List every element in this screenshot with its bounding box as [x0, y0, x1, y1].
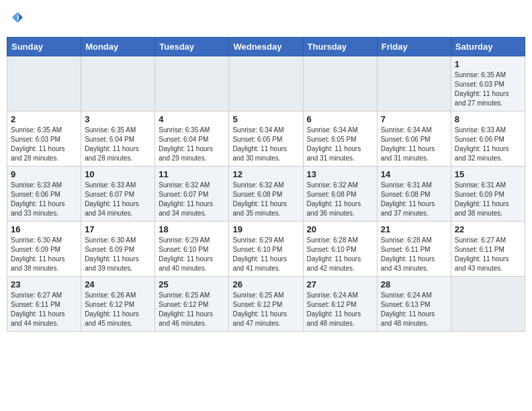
- day-info: Sunrise: 6:26 AMSunset: 6:12 PMDaylight:…: [85, 291, 151, 328]
- day-number: 20: [307, 224, 373, 234]
- calendar-weekday-thursday: Thursday: [303, 38, 377, 56]
- day-info: Sunrise: 6:27 AMSunset: 6:11 PMDaylight:…: [11, 291, 77, 328]
- calendar-day-cell: 18Sunrise: 6:29 AMSunset: 6:10 PMDayligh…: [155, 222, 229, 277]
- calendar-weekday-wednesday: Wednesday: [229, 38, 303, 56]
- day-info: Sunrise: 6:32 AMSunset: 6:08 PMDaylight:…: [232, 181, 299, 218]
- calendar-day-cell: 26Sunrise: 6:25 AMSunset: 6:12 PMDayligh…: [229, 277, 303, 332]
- calendar-day-cell: 11Sunrise: 6:32 AMSunset: 6:07 PMDayligh…: [155, 167, 229, 222]
- calendar-weekday-sunday: Sunday: [7, 38, 81, 56]
- calendar-day-cell: 28Sunrise: 6:24 AMSunset: 6:13 PMDayligh…: [377, 277, 451, 332]
- day-info: Sunrise: 6:31 AMSunset: 6:09 PMDaylight:…: [455, 181, 521, 218]
- day-number: 7: [381, 114, 447, 124]
- day-info: Sunrise: 6:34 AMSunset: 6:06 PMDaylight:…: [381, 126, 447, 163]
- day-number: 10: [85, 169, 151, 179]
- calendar-day-cell: 27Sunrise: 6:24 AMSunset: 6:12 PMDayligh…: [303, 277, 377, 332]
- day-number: 2: [11, 114, 77, 124]
- calendar-day-cell: 7Sunrise: 6:34 AMSunset: 6:06 PMDaylight…: [377, 111, 451, 167]
- day-number: 25: [159, 279, 225, 289]
- day-info: Sunrise: 6:30 AMSunset: 6:09 PMDaylight:…: [11, 236, 77, 273]
- day-number: 24: [85, 279, 151, 289]
- logo-icon: [11, 11, 24, 24]
- calendar-weekday-tuesday: Tuesday: [155, 38, 229, 56]
- calendar-week-row: 16Sunrise: 6:30 AMSunset: 6:09 PMDayligh…: [7, 222, 525, 277]
- calendar-day-cell: [81, 56, 155, 111]
- page-header: [7, 7, 525, 32]
- calendar-day-cell: 8Sunrise: 6:33 AMSunset: 6:06 PMDaylight…: [451, 111, 525, 167]
- day-info: Sunrise: 6:24 AMSunset: 6:13 PMDaylight:…: [381, 291, 447, 328]
- calendar-day-cell: [155, 56, 229, 111]
- day-number: 23: [11, 279, 77, 289]
- day-number: 17: [85, 224, 151, 234]
- day-number: 11: [159, 169, 225, 179]
- day-info: Sunrise: 6:28 AMSunset: 6:11 PMDaylight:…: [381, 236, 447, 273]
- day-info: Sunrise: 6:25 AMSunset: 6:12 PMDaylight:…: [159, 291, 225, 328]
- day-info: Sunrise: 6:32 AMSunset: 6:08 PMDaylight:…: [307, 181, 373, 218]
- day-info: Sunrise: 6:30 AMSunset: 6:09 PMDaylight:…: [85, 236, 151, 273]
- calendar-day-cell: 22Sunrise: 6:27 AMSunset: 6:11 PMDayligh…: [451, 222, 525, 277]
- day-number: 26: [232, 279, 299, 289]
- calendar-day-cell: 5Sunrise: 6:34 AMSunset: 6:05 PMDaylight…: [229, 111, 303, 167]
- calendar-day-cell: 10Sunrise: 6:33 AMSunset: 6:07 PMDayligh…: [81, 167, 155, 222]
- calendar-day-cell: [451, 277, 525, 332]
- day-info: Sunrise: 6:35 AMSunset: 6:04 PMDaylight:…: [85, 126, 151, 163]
- calendar-day-cell: 17Sunrise: 6:30 AMSunset: 6:09 PMDayligh…: [81, 222, 155, 277]
- day-number: 5: [232, 114, 299, 124]
- calendar-week-row: 1Sunrise: 6:35 AMSunset: 6:03 PMDaylight…: [7, 56, 525, 111]
- day-number: 8: [455, 114, 521, 124]
- day-info: Sunrise: 6:33 AMSunset: 6:06 PMDaylight:…: [11, 181, 77, 218]
- day-number: 6: [307, 114, 373, 124]
- day-number: 4: [159, 114, 225, 124]
- svg-marker-0: [17, 12, 23, 23]
- calendar-weekday-friday: Friday: [377, 38, 451, 56]
- day-info: Sunrise: 6:25 AMSunset: 6:12 PMDaylight:…: [232, 291, 299, 328]
- calendar-weekday-saturday: Saturday: [451, 38, 525, 56]
- day-number: 27: [307, 279, 373, 289]
- calendar-day-cell: 12Sunrise: 6:32 AMSunset: 6:08 PMDayligh…: [229, 167, 303, 222]
- calendar-day-cell: 16Sunrise: 6:30 AMSunset: 6:09 PMDayligh…: [7, 222, 81, 277]
- calendar-weekday-monday: Monday: [81, 38, 155, 56]
- day-number: 1: [455, 59, 521, 69]
- day-info: Sunrise: 6:33 AMSunset: 6:07 PMDaylight:…: [85, 181, 151, 218]
- calendar-day-cell: 3Sunrise: 6:35 AMSunset: 6:04 PMDaylight…: [81, 111, 155, 167]
- calendar-day-cell: 20Sunrise: 6:28 AMSunset: 6:10 PMDayligh…: [303, 222, 377, 277]
- day-info: Sunrise: 6:33 AMSunset: 6:06 PMDaylight:…: [455, 126, 521, 163]
- calendar-day-cell: 4Sunrise: 6:35 AMSunset: 6:04 PMDaylight…: [155, 111, 229, 167]
- calendar-day-cell: [377, 56, 451, 111]
- day-number: 22: [455, 224, 521, 234]
- day-info: Sunrise: 6:24 AMSunset: 6:12 PMDaylight:…: [307, 291, 373, 328]
- calendar-day-cell: 23Sunrise: 6:27 AMSunset: 6:11 PMDayligh…: [7, 277, 81, 332]
- calendar-day-cell: [229, 56, 303, 111]
- calendar-day-cell: 6Sunrise: 6:34 AMSunset: 6:05 PMDaylight…: [303, 111, 377, 167]
- calendar-header-row: SundayMondayTuesdayWednesdayThursdayFrid…: [7, 38, 525, 56]
- day-info: Sunrise: 6:27 AMSunset: 6:11 PMDaylight:…: [455, 236, 521, 273]
- calendar-day-cell: 21Sunrise: 6:28 AMSunset: 6:11 PMDayligh…: [377, 222, 451, 277]
- logo: [9, 11, 24, 28]
- day-number: 28: [381, 279, 447, 289]
- day-info: Sunrise: 6:31 AMSunset: 6:08 PMDaylight:…: [381, 181, 447, 218]
- day-number: 16: [11, 224, 77, 234]
- calendar-day-cell: 9Sunrise: 6:33 AMSunset: 6:06 PMDaylight…: [7, 167, 81, 222]
- day-info: Sunrise: 6:35 AMSunset: 6:03 PMDaylight:…: [455, 71, 521, 108]
- calendar-day-cell: [7, 56, 81, 111]
- calendar-week-row: 9Sunrise: 6:33 AMSunset: 6:06 PMDaylight…: [7, 167, 525, 222]
- day-number: 15: [455, 169, 521, 179]
- calendar-week-row: 23Sunrise: 6:27 AMSunset: 6:11 PMDayligh…: [7, 277, 525, 332]
- calendar-week-row: 2Sunrise: 6:35 AMSunset: 6:03 PMDaylight…: [7, 111, 525, 167]
- day-number: 18: [159, 224, 225, 234]
- svg-marker-1: [12, 12, 17, 23]
- calendar-day-cell: 15Sunrise: 6:31 AMSunset: 6:09 PMDayligh…: [451, 167, 525, 222]
- day-number: 19: [232, 224, 299, 234]
- day-number: 14: [381, 169, 447, 179]
- day-info: Sunrise: 6:34 AMSunset: 6:05 PMDaylight:…: [232, 126, 299, 163]
- calendar-day-cell: [303, 56, 377, 111]
- day-number: 3: [85, 114, 151, 124]
- day-number: 9: [11, 169, 77, 179]
- day-number: 21: [381, 224, 447, 234]
- calendar-day-cell: 25Sunrise: 6:25 AMSunset: 6:12 PMDayligh…: [155, 277, 229, 332]
- calendar-day-cell: 24Sunrise: 6:26 AMSunset: 6:12 PMDayligh…: [81, 277, 155, 332]
- calendar-day-cell: 2Sunrise: 6:35 AMSunset: 6:03 PMDaylight…: [7, 111, 81, 167]
- day-number: 13: [307, 169, 373, 179]
- day-info: Sunrise: 6:28 AMSunset: 6:10 PMDaylight:…: [307, 236, 373, 273]
- day-info: Sunrise: 6:34 AMSunset: 6:05 PMDaylight:…: [307, 126, 373, 163]
- day-info: Sunrise: 6:35 AMSunset: 6:03 PMDaylight:…: [11, 126, 77, 163]
